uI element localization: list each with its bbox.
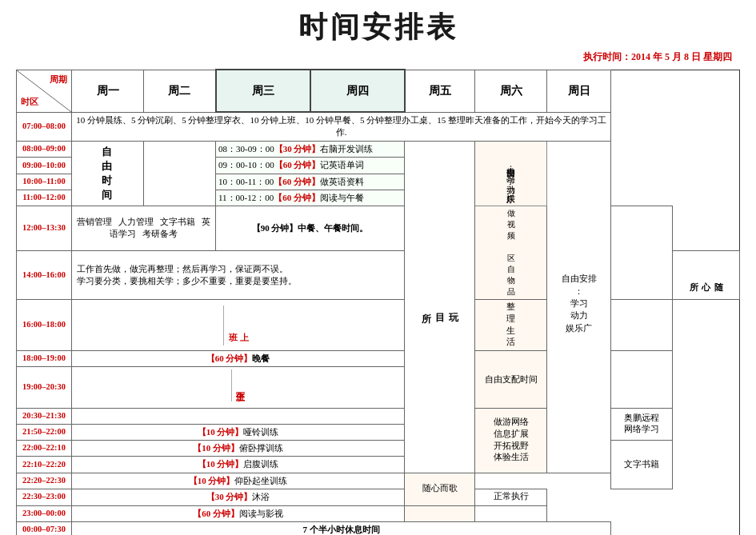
cell-main-2210: 【10 分钟】启腹训练 — [72, 457, 405, 473]
cell-main-2030 — [72, 408, 405, 424]
cell-mon-tue-1200: 营销管理 人力管理 文字书籍 英语学习 考研备考 — [72, 206, 216, 251]
cell-sleep: 7 个半小时休息时间 — [72, 521, 611, 535]
time-0000: 00:00–07:30 — [17, 521, 72, 535]
header-sat: 周六 — [475, 70, 547, 112]
row-1800: 18:00–19:00 【60 分钟】晚餐 自由支配时间 — [17, 351, 740, 367]
cell-main-2220: 【10 分钟】仰卧起坐训练 — [72, 473, 405, 489]
cell-main-2200: 【10 分钟】俯卧撑训练 — [72, 440, 405, 456]
cell-main-1400: 工作首先做，做完再整理；然后再学习，保证两不误。 学习要分类，要挑相关学；多少不… — [72, 251, 405, 300]
cell-sat-1800: 自由支配时间 — [475, 351, 547, 409]
header-tue: 周二 — [144, 70, 216, 112]
row-2300: 23:00–00:00 【60 分钟】阅读与影视 — [17, 505, 740, 521]
page-title: 时间安排表 — [16, 8, 740, 47]
cell-wed-thu-0800: 08：30-09：00【30 分钟】右脑开发训练 — [216, 141, 405, 157]
row-1600: 16:00–18:00 上班 整理生活 — [17, 300, 740, 351]
cell-sat-1200: 做视频区自物品 — [475, 206, 547, 300]
cell-sat-top: 自由安排：学习、动力、娱乐广 — [475, 141, 547, 206]
time-1000: 10:00–11:00 — [17, 174, 72, 190]
time-1100: 11:00–12:00 — [17, 190, 72, 206]
time-2230: 22:30–23:00 — [17, 489, 72, 505]
cell-wed-thu-1000: 10：00-11：00【60 分钟】做英语资料 — [216, 174, 405, 190]
time-0900: 09:00–10:00 — [17, 158, 72, 174]
cell-sun-2300 — [475, 505, 547, 521]
cell-main-2230: 【30 分钟】沐浴 — [72, 489, 405, 505]
cell-sun-2230: 正常执行 — [475, 489, 547, 505]
time-1600: 16:00–18:00 — [17, 300, 72, 351]
row-2200: 22:00–22:10 【10 分钟】俯卧撑训练 文字书籍 — [17, 440, 740, 456]
row-0000: 00:00–07:30 7 个半小时休息时间 — [17, 521, 740, 535]
header-diag: 周期 时区 — [17, 70, 72, 112]
row-2230: 22:30–23:00 【30 分钟】沐浴 正常执行 — [17, 489, 740, 505]
cell-tue-0800 — [144, 141, 216, 206]
time-1200: 12:00–13:30 — [17, 206, 72, 251]
time-1800: 18:00–19:00 — [17, 351, 72, 367]
cell-main-2150: 【10 分钟】哑铃训练 — [72, 424, 405, 440]
cell-sat-2030: 做游网络信息扩展开拓视野体验生活 — [475, 408, 547, 473]
time-2200: 22:00–22:10 — [17, 440, 72, 456]
cell-main-2300: 【60 分钟】阅读与影视 — [72, 505, 405, 521]
morning-note-row: 07:00–08:00 10 分钟晨练、5 分钟沉刷、5 分钟整理穿衣、10 分… — [17, 112, 740, 141]
header-row: 周期 时区 周一 周二 周三 周四 周五 周六 周日 — [17, 70, 740, 112]
time-1900: 19:00–20:30 — [17, 367, 72, 408]
exec-time: 执行时间：2014 年 5 月 8 日 星期四 — [16, 50, 740, 64]
cell-main-1600: 上班 — [72, 300, 405, 351]
header-mon: 周一 — [72, 70, 144, 112]
schedule-table: 周期 时区 周一 周二 周三 周四 周五 周六 周日 07:00–08:00 1… — [16, 69, 740, 535]
cell-wed-thu-1100: 11：00-12：00【60 分钟】阅读与午餐 — [216, 190, 405, 206]
cell-sun-1600 — [611, 300, 673, 351]
time-0800: 08:00–09:00 — [17, 141, 72, 157]
cell-sun-1200 — [611, 206, 673, 300]
cell-sat-2220: 随心而歌 — [405, 473, 475, 505]
cell-sun-top: 自由安排：学习动力娱乐广 — [547, 141, 611, 473]
header-fri: 周五 — [405, 70, 475, 112]
header-thu: 周四 — [310, 70, 405, 112]
time-2210: 22:10–22:20 — [17, 457, 72, 473]
cell-main-1900: 下午上班 — [72, 367, 405, 408]
time-1400: 14:00–16:00 — [17, 251, 72, 300]
cell-wed-thu-1200: 【90 分钟】中餐、午餐时间。 — [216, 206, 405, 251]
cell-wed-thu-0900: 09：00-10：00【60 分钟】记英语单词 — [216, 158, 405, 174]
row-1200: 12:00–13:30 营销管理 人力管理 文字书籍 英语学习 考研备考 【90… — [17, 206, 740, 251]
cell-mon-0800: 自由时间 — [72, 141, 144, 206]
morning-note: 10 分钟晨练、5 分钟沉刷、5 分钟整理穿衣、10 分钟上班、10 分钟早餐、… — [72, 112, 611, 141]
cell-sun-2030: 奥鹏远程网络学习 — [611, 408, 673, 440]
cell-sun-2200: 文字书籍 — [611, 440, 673, 489]
time-2300: 23:00–00:00 — [17, 505, 72, 521]
row-0800: 08:00–09:00 自由时间 08：30-09：00【30 分钟】右脑开发训… — [17, 141, 740, 157]
time-2220: 22:20–22:30 — [17, 473, 72, 489]
time-2030: 20:30–21:30 — [17, 408, 72, 424]
cell-fri-0800: 玩目所 — [405, 141, 475, 473]
time-2150: 21:50–22:00 — [17, 424, 72, 440]
cell-sun-1800 — [611, 351, 673, 409]
cell-main-1800: 【60 分钟】晚餐 — [72, 351, 405, 367]
cell-sat-2300 — [405, 505, 475, 521]
header-sun: 周日 — [547, 70, 611, 112]
morning-time: 07:00–08:00 — [17, 112, 72, 141]
cell-fri-1400: 随心所 — [673, 251, 740, 300]
row-2030: 20:30–21:30 做游网络信息扩展开拓视野体验生活 奥鹏远程网络学习 — [17, 408, 740, 424]
cell-sat-1600: 整理生活 — [475, 300, 547, 351]
header-wed: 周三 — [216, 70, 310, 112]
